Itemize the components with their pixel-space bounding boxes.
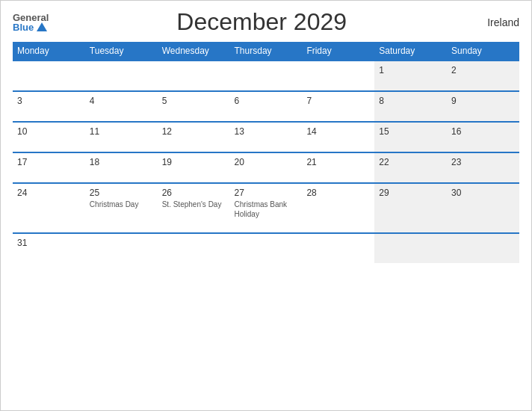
calendar-cell: 24: [13, 183, 85, 233]
calendar-cell: [85, 61, 158, 91]
calendar-cell: 27Christmas Bank Holiday: [230, 183, 303, 233]
calendar-cell: 22: [374, 152, 447, 183]
logo-general-text: General: [13, 13, 49, 22]
calendar-cell: 19: [158, 152, 230, 183]
weekday-header-thursday: Thursday: [230, 42, 303, 61]
calendar-grid: MondayTuesdayWednesdayThursdayFridaySatu…: [13, 42, 519, 263]
calendar-cell: 18: [85, 152, 158, 183]
day-number: 29: [379, 188, 442, 198]
day-number: 26: [162, 188, 226, 198]
day-number: 3: [17, 96, 81, 106]
calendar-cell: 17: [13, 152, 85, 183]
logo-blue-text: Blue: [13, 22, 34, 32]
calendar-cell: [85, 233, 158, 263]
calendar-cell: 30: [447, 183, 519, 233]
calendar-cell: [302, 233, 374, 263]
weekday-header-wednesday: Wednesday: [158, 42, 230, 61]
calendar-cell: 12: [158, 122, 230, 152]
holiday-label: Christmas Bank Holiday: [235, 200, 298, 219]
day-number: 20: [235, 157, 298, 167]
day-number: 4: [90, 96, 153, 106]
weekday-header-sunday: Sunday: [447, 42, 519, 61]
day-number: 5: [162, 96, 226, 106]
day-number: 13: [235, 126, 298, 137]
week-row-4: 2425Christmas Day26St. Stephen's Day27Ch…: [13, 183, 519, 233]
calendar-cell: 16: [447, 122, 519, 152]
day-number: 8: [379, 96, 442, 106]
weekday-header-row: MondayTuesdayWednesdayThursdayFridaySatu…: [13, 42, 519, 61]
day-number: 18: [90, 157, 153, 167]
day-number: 12: [162, 126, 226, 137]
day-number: 31: [17, 238, 81, 248]
calendar-cell: [374, 233, 447, 263]
weekday-header-friday: Friday: [302, 42, 374, 61]
day-number: 14: [306, 126, 370, 137]
calendar-country: Ireland: [474, 16, 519, 28]
logo-triangle-icon: [37, 22, 47, 31]
day-number: 25: [90, 188, 153, 198]
day-number: 24: [17, 188, 81, 198]
calendar-cell: 3: [13, 91, 85, 122]
day-number: 17: [17, 157, 81, 167]
calendar-title: December 2029: [49, 8, 474, 36]
calendar-cell: 23: [447, 152, 519, 183]
calendar-cell: 4: [85, 91, 158, 122]
day-number: 23: [451, 157, 515, 167]
day-number: 19: [162, 157, 226, 167]
calendar-cell: 29: [374, 183, 447, 233]
calendar-container: General Blue December 2029 Ireland Monda…: [0, 0, 532, 411]
day-number: 30: [451, 188, 515, 198]
calendar-cell: 13: [230, 122, 303, 152]
week-row-2: 10111213141516: [13, 122, 519, 152]
calendar-cell: 28: [302, 183, 374, 233]
week-row-5: 31: [13, 233, 519, 263]
calendar-cell: [158, 61, 230, 91]
calendar-cell: 20: [230, 152, 303, 183]
calendar-cell: 26St. Stephen's Day: [158, 183, 230, 233]
calendar-cell: 2: [447, 61, 519, 91]
holiday-label: Christmas Day: [90, 200, 153, 209]
week-row-3: 17181920212223: [13, 152, 519, 183]
day-number: 1: [379, 65, 442, 75]
day-number: 15: [379, 126, 442, 137]
weekday-header-saturday: Saturday: [374, 42, 447, 61]
day-number: 28: [306, 188, 370, 198]
calendar-cell: [158, 233, 230, 263]
logo-blue-section: Blue: [13, 22, 49, 32]
calendar-cell: 1: [374, 61, 447, 91]
day-number: 21: [306, 157, 370, 167]
weekday-header-monday: Monday: [13, 42, 85, 61]
calendar-cell: [230, 61, 303, 91]
calendar-cell: 9: [447, 91, 519, 122]
day-number: 7: [306, 96, 370, 106]
calendar-cell: 11: [85, 122, 158, 152]
calendar-cell: 7: [302, 91, 374, 122]
calendar-cell: [302, 61, 374, 91]
day-number: 10: [17, 126, 81, 137]
day-number: 2: [451, 65, 515, 75]
calendar-cell: 15: [374, 122, 447, 152]
calendar-cell: 14: [302, 122, 374, 152]
day-number: 22: [379, 157, 442, 167]
day-number: 6: [235, 96, 298, 106]
holiday-label: St. Stephen's Day: [162, 200, 226, 209]
calendar-cell: 8: [374, 91, 447, 122]
calendar-cell: 6: [230, 91, 303, 122]
day-number: 9: [451, 96, 515, 106]
calendar-cell: 25Christmas Day: [85, 183, 158, 233]
calendar-cell: 5: [158, 91, 230, 122]
calendar-cell: 31: [13, 233, 85, 263]
calendar-cell: 21: [302, 152, 374, 183]
week-row-1: 3456789: [13, 91, 519, 122]
calendar-header: General Blue December 2029 Ireland: [13, 8, 519, 36]
calendar-cell: [230, 233, 303, 263]
logo: General Blue: [13, 13, 49, 32]
day-number: 11: [90, 126, 153, 137]
calendar-cell: [13, 61, 85, 91]
day-number: 16: [451, 126, 515, 137]
calendar-cell: 10: [13, 122, 85, 152]
calendar-cell: [447, 233, 519, 263]
week-row-0: 12: [13, 61, 519, 91]
day-number: 27: [235, 188, 298, 198]
weekday-header-tuesday: Tuesday: [85, 42, 158, 61]
